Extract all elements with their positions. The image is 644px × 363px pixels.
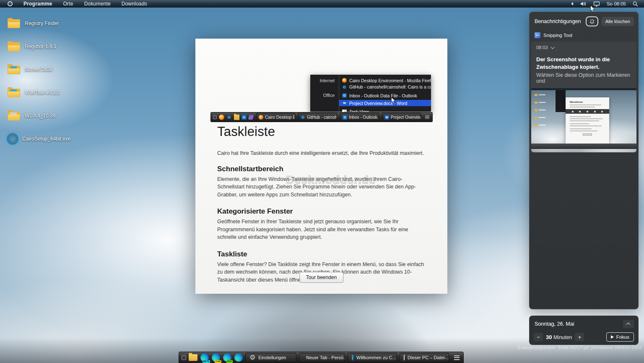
task-button-einstellungen[interactable]: ⚙ Einstellungen	[245, 353, 296, 363]
desktop-icon-vivetool[interactable]: ViVeTool-v0.3.3	[7, 86, 60, 99]
do-not-disturb-button[interactable]: z	[586, 16, 598, 26]
top-menubar: Programme Orte Dokumente Downloads So 08…	[0, 0, 644, 8]
edge-beta-quicklaunch-icon[interactable]: BETA	[200, 353, 209, 362]
chevron-up-button[interactable]	[623, 320, 634, 328]
thumb-tour-window: Menüleiste	[566, 97, 609, 144]
menu-item-label: Cairo Desktop Environment - Mozilla Fire…	[349, 78, 431, 83]
menu-dokumente[interactable]: Dokumente	[84, 1, 111, 7]
snipping-tool-icon: ✂	[535, 32, 540, 38]
desktop-icon-label: ViVeTool-v0.3.3	[25, 90, 60, 96]
taskbar-menu-grabber-icon[interactable]	[454, 355, 461, 360]
edge-canary-quicklaunch-icon[interactable]: CAN	[211, 353, 220, 362]
visualstudio-quicklaunch-icon[interactable]	[248, 115, 254, 120]
desktop-icon-label: CairoSetup_64bit.exe	[22, 136, 70, 142]
thumb-menubar	[531, 88, 636, 90]
thumb-button	[583, 133, 592, 136]
notification-header: Benachrichtigungen z Alle löschen	[530, 12, 638, 26]
desktop-icon-label: W10UI_10.39	[25, 113, 55, 119]
taskbar-menu-grabber-icon[interactable]	[425, 115, 430, 119]
mouse-cursor	[590, 5, 595, 13]
task-button-label: GitHub - cairoshe...	[307, 115, 337, 120]
show-desktop-button[interactable]	[182, 355, 186, 360]
desktop-icon-label: Registry Finder	[25, 21, 59, 26]
cairo-menu-icon[interactable]	[8, 1, 13, 6]
menu-item-label: GitHub - cairoshell/cairoshell: Cairo is…	[349, 84, 431, 89]
desktop-icon-w10ui[interactable]: W10UI_10.39	[7, 109, 55, 123]
thumb-folder-icon	[535, 124, 538, 126]
minus-button[interactable]: −	[534, 333, 543, 341]
collapse-tray-icon[interactable]	[570, 2, 574, 6]
category-internet: Internet	[310, 78, 335, 83]
monitor-icon	[404, 355, 405, 360]
desktop-icon-screentogif[interactable]: ScreenToGif	[7, 63, 52, 76]
task-button-edge-tab[interactable]: Neuer Tab - Persö...	[299, 353, 345, 363]
task-button-github[interactable]: e GitHub - cairoshe...	[298, 113, 337, 121]
menu-orte[interactable]: Orte	[63, 1, 73, 7]
menu-programme[interactable]: Programme	[23, 1, 52, 7]
task-button-firefox[interactable]: Cairo Desktop En...	[256, 113, 295, 121]
task-button-willkommen[interactable]: Willkommen zu C...	[348, 353, 397, 363]
edge-legacy-icon: e	[301, 115, 305, 120]
chevron-down-icon[interactable]	[550, 45, 554, 49]
thumb-taskbar-strip	[566, 109, 609, 114]
clear-all-button[interactable]: Alle löschen	[602, 17, 634, 26]
end-tour-button[interactable]: Tour beenden	[299, 272, 343, 283]
firefox-icon	[259, 115, 263, 120]
notification-card[interactable]: 08:03 Der Screenshot wurde in die Zwisch…	[531, 42, 636, 152]
screenshot-thumbnail[interactable]: Menüleiste	[531, 88, 636, 152]
clock[interactable]: So 08:05	[607, 1, 626, 6]
screenshot-taskbar: e O Cairo Desktop En... e GitHub - cairo…	[210, 112, 433, 122]
screenshot-mouse-cursor	[391, 97, 396, 104]
notification-center: Benachrichtigungen z Alle löschen ✂ Snip…	[529, 12, 639, 309]
calendar-card: Sonntag, 26. Mai − 30 Minuten + Fokus	[529, 316, 639, 345]
menu-downloads[interactable]: Downloads	[122, 1, 147, 7]
edge-dev-quicklaunch-icon[interactable]: DEV	[223, 353, 231, 362]
task-button-label: Project Overview...	[391, 115, 421, 120]
notification-title: Benachrichtigungen	[535, 18, 582, 24]
desktop-icon-cairosetup[interactable]: CairoSetup_64bit.exe	[7, 132, 70, 146]
explorer-quicklaunch-icon[interactable]	[234, 115, 239, 120]
notification-time: 08:03	[536, 45, 548, 50]
outlook-icon: O	[343, 115, 347, 120]
cairo-tour-window: Internet Office Cairo Desktop Environmen…	[195, 39, 447, 294]
edge-legacy-icon: e	[342, 84, 347, 89]
desktop-icon-registry-finder[interactable]: Registry Finder	[7, 17, 59, 30]
plus-button[interactable]: +	[575, 333, 584, 341]
thumb-folder-icon	[535, 94, 538, 96]
menu-item-word-selected[interactable]: W Project Overview.docx - Word	[339, 100, 431, 106]
task-button-dieser-pc[interactable]: Dieser PC – Datei-...	[400, 353, 449, 363]
menu-item-label: Project Overview.docx - Word	[349, 101, 407, 106]
volume-icon[interactable]	[580, 1, 587, 6]
cairo-taskbar: BETA CAN DEV ⚙ Einstellungen Neuer Tab -…	[179, 352, 464, 363]
thumb-bottom-taskbar	[531, 144, 636, 149]
screenshot-taskbar-menu: Internet Office Cairo Desktop Environmen…	[310, 75, 431, 112]
word-icon: W	[342, 101, 347, 105]
search-icon[interactable]	[633, 1, 638, 7]
outlook-quicklaunch-icon[interactable]: O	[242, 115, 247, 120]
outlook-icon: O	[342, 93, 347, 98]
menu-item-firefox[interactable]: Cairo Desktop Environment - Mozilla Fire…	[339, 77, 431, 84]
folder-icon	[7, 110, 21, 122]
gear-icon: ⚙	[249, 354, 255, 361]
task-button-word[interactable]: W Project Overview...	[382, 113, 421, 121]
play-icon	[611, 335, 614, 339]
focus-minutes-value: 30	[546, 334, 552, 340]
thumb-dropdown	[556, 90, 566, 112]
menu-item-github[interactable]: e GitHub - cairoshell/cairoshell: Cairo …	[339, 84, 431, 90]
edge-quicklaunch-icon[interactable]: e	[226, 115, 232, 120]
show-desktop-button[interactable]	[213, 115, 217, 119]
notification-app-row: ✂ Snipping Tool	[530, 26, 638, 42]
notification-app-name: Snipping Tool	[543, 33, 572, 38]
task-button-inbox[interactable]: O Inbox - Outlook...	[340, 113, 379, 121]
desktop-icon-regshot[interactable]: Regshot-1.9.1	[7, 40, 56, 53]
task-button-label: Inbox - Outlook...	[349, 115, 379, 120]
intro-text: Cairo hat Ihre Taskleiste durch eine int…	[217, 149, 427, 157]
menu-item-outlook[interactable]: O Inbox - Outlook Data File - Outlook	[339, 92, 431, 99]
focus-button[interactable]: Fokus	[606, 332, 634, 342]
folder-icon	[7, 87, 21, 99]
thumb-folder-icon	[535, 102, 538, 104]
firefox-quicklaunch-icon[interactable]	[219, 115, 224, 120]
explorer-quicklaunch-icon[interactable]	[189, 353, 197, 362]
desktop-icon-label: ScreenToGif	[25, 67, 52, 73]
edge-quicklaunch-icon[interactable]	[234, 353, 243, 362]
